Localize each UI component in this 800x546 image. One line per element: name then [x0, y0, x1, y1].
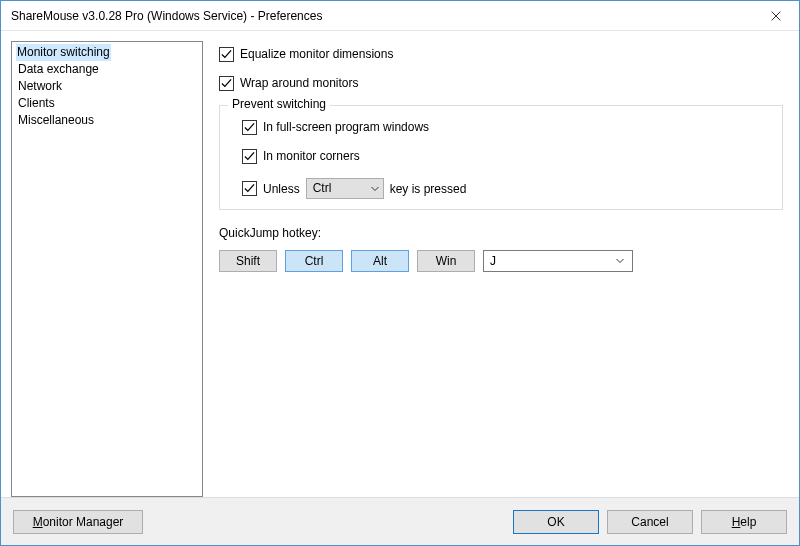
content-panel: Equalize monitor dimensions Wrap around …	[211, 41, 789, 497]
modifier-shift[interactable]: Shift	[219, 250, 277, 272]
unless-key-value: Ctrl	[313, 179, 332, 198]
window-body: Monitor switching Data exchange Network …	[1, 31, 799, 497]
unless-suffix-label: key is pressed	[390, 182, 467, 196]
wrap-row: Wrap around monitors	[219, 76, 783, 91]
unless-checkbox[interactable]	[242, 181, 257, 196]
monitor-manager-label: Monitor Manager	[33, 515, 124, 529]
ok-button[interactable]: OK	[513, 510, 599, 534]
wrap-checkbox[interactable]	[219, 76, 234, 91]
quickjump-key-dropdown[interactable]: J	[483, 250, 633, 272]
footer: Monitor Manager OK Cancel Help	[1, 497, 799, 545]
equalize-label: Equalize monitor dimensions	[240, 47, 393, 62]
checkmark-icon	[244, 151, 255, 162]
sidebar-item-monitor-switching[interactable]: Monitor switching	[16, 44, 111, 61]
help-button[interactable]: Help	[701, 510, 787, 534]
sidebar-item-data-exchange[interactable]: Data exchange	[16, 61, 101, 77]
modifier-win[interactable]: Win	[417, 250, 475, 272]
prevent-switching-group: Prevent switching In full-screen program…	[219, 105, 783, 210]
equalize-row: Equalize monitor dimensions	[219, 47, 783, 62]
quickjump-hotkey-row: Shift Ctrl Alt Win J	[219, 250, 783, 272]
chevron-down-icon	[371, 186, 379, 192]
preferences-window: ShareMouse v3.0.28 Pro (Windows Service)…	[0, 0, 800, 546]
cancel-button[interactable]: Cancel	[607, 510, 693, 534]
close-icon	[771, 11, 781, 21]
checkmark-icon	[221, 78, 232, 89]
unless-prefix-label: Unless	[263, 182, 300, 196]
help-label: Help	[732, 515, 757, 529]
quickjump-label: QuickJump hotkey:	[219, 226, 783, 240]
window-title: ShareMouse v3.0.28 Pro (Windows Service)…	[11, 9, 753, 23]
close-button[interactable]	[753, 1, 799, 31]
titlebar: ShareMouse v3.0.28 Pro (Windows Service)…	[1, 1, 799, 31]
checkmark-icon	[244, 122, 255, 133]
equalize-checkbox[interactable]	[219, 47, 234, 62]
wrap-label: Wrap around monitors	[240, 76, 359, 91]
quickjump-key-value: J	[490, 254, 496, 268]
sidebar-item-clients[interactable]: Clients	[16, 95, 57, 111]
corners-label: In monitor corners	[263, 149, 360, 164]
prevent-group-title: Prevent switching	[228, 97, 330, 111]
fullscreen-row: In full-screen program windows	[242, 120, 772, 135]
modifier-ctrl[interactable]: Ctrl	[285, 250, 343, 272]
unless-row: Unless Ctrl key is pressed	[242, 178, 772, 199]
monitor-manager-button[interactable]: Monitor Manager	[13, 510, 143, 534]
corners-checkbox[interactable]	[242, 149, 257, 164]
checkmark-icon	[221, 49, 232, 60]
fullscreen-label: In full-screen program windows	[263, 120, 429, 135]
sidebar: Monitor switching Data exchange Network …	[11, 41, 203, 497]
checkmark-icon	[244, 183, 255, 194]
sidebar-item-network[interactable]: Network	[16, 78, 64, 94]
modifier-alt[interactable]: Alt	[351, 250, 409, 272]
unless-key-dropdown[interactable]: Ctrl	[306, 178, 384, 199]
fullscreen-checkbox[interactable]	[242, 120, 257, 135]
chevron-down-icon	[612, 258, 628, 264]
corners-row: In monitor corners	[242, 149, 772, 164]
sidebar-item-miscellaneous[interactable]: Miscellaneous	[16, 112, 96, 128]
